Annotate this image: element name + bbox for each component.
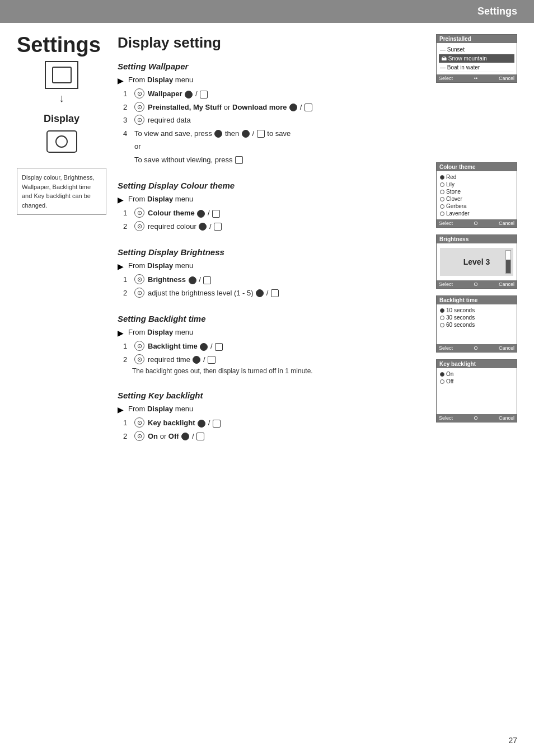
colour-footer-cancel: Cancel <box>499 220 514 226</box>
display-label: Display <box>17 113 106 125</box>
colour-theme-ui: Colour theme Red Lily Stone Clover <box>436 162 517 228</box>
backlight-time-steps: 1 ⊙ Backlight time / 2 ⊙ required time / <box>123 341 419 365</box>
backlight-time-from-text: From Display menu <box>128 328 193 336</box>
radio-icon <box>440 197 444 201</box>
backlight-on: On <box>440 370 513 378</box>
colour-stone: Stone <box>440 188 513 195</box>
colour-gerbera: Gerbera <box>440 203 513 210</box>
brightness-title: Setting Display Brightness <box>118 247 419 257</box>
step: 2 ⊙ On or Off / <box>123 431 419 442</box>
brightness-footer-cancel: Cancel <box>499 281 514 287</box>
wallpaper-footer-cancel: Cancel <box>499 76 514 81</box>
sidebar-icons: ↓ <box>17 61 106 105</box>
colour-footer-select: Select <box>439 220 453 226</box>
step: 3 ⊙ required data <box>123 115 419 126</box>
wallpaper-item-sunset: — Sunset <box>440 45 513 54</box>
wallpaper-ui-footer: Select •• Cancel <box>437 74 517 82</box>
radio-icon <box>440 175 444 180</box>
nav-icon: ⊙ <box>134 208 144 218</box>
wallpaper-ui-body: — Sunset 🏔 Snow mountain — Boat in water <box>437 43 517 74</box>
arrow-down-icon: ↓ <box>59 92 64 105</box>
step: To save without viewing, press <box>123 154 419 166</box>
step: or <box>123 141 419 152</box>
arrow-right-icon: ▶ <box>118 328 124 337</box>
backlight-time-ui-footer: Select O Cancel <box>437 344 517 352</box>
radio-icon <box>440 372 444 377</box>
arrow-right-icon: ▶ <box>118 262 124 271</box>
step: 1 ⊙ Brightness / <box>123 274 419 285</box>
camera-lens <box>55 135 68 148</box>
step: 2 ⊙ required colour / <box>123 221 419 232</box>
camera-icon <box>46 130 77 153</box>
step: 2 ⊙ required time / <box>123 354 419 365</box>
nav-icon: ⊙ <box>134 115 144 125</box>
key-backlight-from-text: From Display menu <box>128 405 193 413</box>
page-number: 27 <box>508 736 517 745</box>
sidebar: Settings ↓ Display Display colour, Brigh… <box>17 34 106 457</box>
backlight-note: The backlight goes out, then display is … <box>132 367 419 375</box>
key-backlight-spacer <box>437 387 517 414</box>
time-30s: 30 seconds <box>440 314 513 321</box>
section-backlight-time: Setting Backlight time ▶ From Display me… <box>118 314 419 375</box>
colour-theme-title: Setting Display Colour theme <box>118 181 419 190</box>
step: 1 ⊙ Backlight time / <box>123 341 419 352</box>
brightness-display: Level 3 <box>440 248 513 276</box>
phone-icon <box>45 61 78 89</box>
key-backlight-ui-footer: Select O Cancel <box>437 414 517 422</box>
brightness-footer-mid: O <box>474 281 477 287</box>
wallpaper-ui-title: Preinstalled <box>437 35 517 43</box>
nav-icon: ⊙ <box>134 341 144 351</box>
sidebar-title: Settings <box>17 34 106 55</box>
radio-icon <box>440 190 444 194</box>
brightness-ui: Brightness Level 3 Select O Cancel <box>436 234 517 289</box>
backlight-time-title: Setting Backlight time <box>118 314 419 323</box>
brightness-footer-select: Select <box>439 281 453 287</box>
main-content: Settings ↓ Display Display colour, Brigh… <box>0 23 534 468</box>
brightness-from-text: From Display menu <box>128 261 193 270</box>
nav-icon: ⊙ <box>134 221 144 231</box>
step: 2 ⊙ Preinstalled, My Stuff or Download m… <box>123 102 419 113</box>
nav-icon: ⊙ <box>134 274 144 284</box>
radio-icon <box>440 323 444 327</box>
colour-theme-from-text: From Display menu <box>128 195 193 203</box>
time-10s: 10 seconds <box>440 307 513 314</box>
brightness-ui-footer: Select O Cancel <box>437 280 517 288</box>
brightness-fill <box>506 260 510 273</box>
backlight-time-ui-title: Backlight time <box>437 296 517 304</box>
brightness-steps: 1 ⊙ Brightness / 2 ⊙ adjust the brightne… <box>123 274 419 298</box>
colour-clover: Clover <box>440 195 513 203</box>
radio-icon <box>440 379 444 384</box>
key-backlight-from: ▶ From Display menu <box>118 405 419 414</box>
arrow-right-icon: ▶ <box>118 195 124 204</box>
brightness-ui-title: Brightness <box>437 235 517 243</box>
colour-lavender: Lavender <box>440 210 513 217</box>
backlight-time-spacer <box>437 331 517 344</box>
snow-icon: 🏔 <box>441 55 448 62</box>
brightness-bar <box>505 250 511 274</box>
wallpaper-footer-mid: •• <box>474 76 477 81</box>
colour-red: Red <box>440 173 513 181</box>
brightness-from: ▶ From Display menu <box>118 261 419 271</box>
section-brightness: Setting Display Brightness ▶ From Displa… <box>118 247 419 298</box>
backlight-time-ui-body: 10 seconds 30 seconds 60 seconds <box>437 304 517 331</box>
wallpaper-steps: 1 ⊙ Wallpaper / 2 ⊙ Preinstalled, My Stu… <box>123 88 419 165</box>
step: 1 ⊙ Wallpaper / <box>123 88 419 100</box>
arrow-right-icon: ▶ <box>118 405 124 414</box>
center-content: Display setting Setting Wallpaper ▶ From… <box>118 34 425 457</box>
nav-icon: ⊙ <box>134 288 144 298</box>
colour-theme-ui-footer: Select O Cancel <box>437 219 517 227</box>
backlight-footer-select: Select <box>439 345 453 351</box>
nav-icon: ⊙ <box>134 102 144 112</box>
radio-icon <box>440 316 444 320</box>
nav-icon: ⊙ <box>134 354 144 364</box>
backlight-time-ui: Backlight time 10 seconds 30 seconds 60 … <box>436 295 517 353</box>
wallpaper-from: ▶ From Display menu <box>118 76 419 85</box>
page-header: Settings <box>0 0 534 23</box>
colour-theme-ui-title: Colour theme <box>437 163 517 171</box>
wallpaper-item-boat: — Boat in water <box>440 63 513 72</box>
sidebar-note: Display colour, Brightness, Wallpaper, B… <box>17 168 106 215</box>
key-backlight-footer-select: Select <box>439 415 453 421</box>
key-backlight-footer-cancel: Cancel <box>499 415 514 421</box>
key-backlight-ui-body: On Off <box>437 368 517 387</box>
time-60s: 60 seconds <box>440 321 513 328</box>
